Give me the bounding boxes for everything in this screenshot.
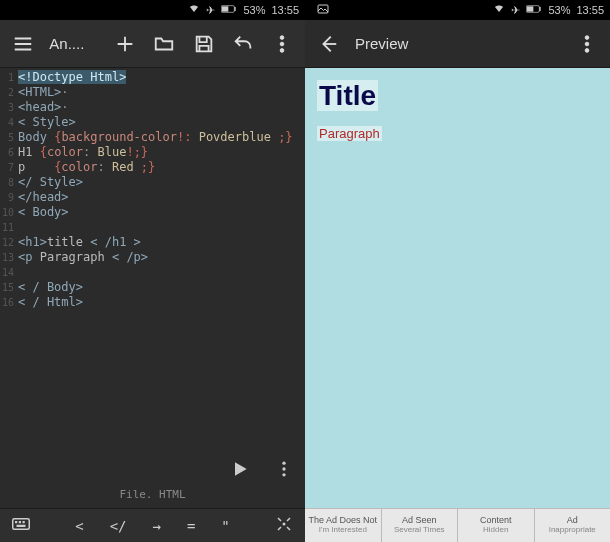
line-number: 10: [0, 205, 18, 220]
line-number: 5: [0, 130, 18, 145]
svg-rect-11: [19, 521, 21, 523]
code-line[interactable]: 16< / Html>: [0, 295, 305, 310]
line-number: 13: [0, 250, 18, 265]
preview-h1: Title: [317, 80, 378, 111]
line-number: 14: [0, 265, 18, 280]
undo-icon[interactable]: [230, 31, 255, 57]
svg-point-6: [282, 462, 285, 465]
ad-feedback-bar: The Ad Does NotI'm InterestedAd SeenSeve…: [305, 508, 610, 542]
back-icon[interactable]: [315, 31, 341, 57]
preview-toolbar: Preview: [305, 20, 610, 68]
code-content[interactable]: H1 {color: Blue!;}: [18, 145, 148, 160]
code-content[interactable]: < Style>: [18, 115, 76, 130]
line-number: 12: [0, 235, 18, 250]
code-content[interactable]: <!Doctype Html>: [18, 70, 126, 85]
symbol-key[interactable]: ": [215, 516, 235, 536]
ad-feedback-line2: Inappropriate: [549, 526, 596, 535]
code-content[interactable]: < / Body>: [18, 280, 83, 295]
code-line[interactable]: 15< / Body>: [0, 280, 305, 295]
code-line[interactable]: 7p {color: Red ;}: [0, 160, 305, 175]
overflow-menu-icon[interactable]: [270, 31, 295, 57]
code-line[interactable]: 11: [0, 220, 305, 235]
svg-rect-12: [23, 521, 25, 523]
file-label: File. HTML: [119, 487, 185, 502]
expand-icon[interactable]: [269, 513, 299, 538]
code-line[interactable]: 12<h1>title < /h1 >: [0, 235, 305, 250]
wifi-icon: [493, 3, 505, 17]
code-content[interactable]: <HTML>·: [18, 85, 69, 100]
code-content[interactable]: Body {background-color!: Povderblue ;}: [18, 130, 293, 145]
line-number: 7: [0, 160, 18, 175]
code-line[interactable]: 1<!Doctype Html>: [0, 70, 305, 85]
svg-rect-17: [527, 6, 534, 11]
symbol-key[interactable]: =: [181, 516, 201, 536]
code-content[interactable]: p {color: Red ;}: [18, 160, 155, 175]
code-line[interactable]: 2<HTML>·: [0, 85, 305, 100]
code-editor[interactable]: 1<!Doctype Html>2<HTML>·3<head>·4< Style…: [0, 68, 305, 508]
symbol-key[interactable]: <: [69, 516, 89, 536]
battery-icon: [221, 4, 237, 16]
code-content[interactable]: </head>: [18, 190, 69, 205]
open-folder-icon[interactable]: [152, 31, 177, 57]
code-line[interactable]: 3<head>·: [0, 100, 305, 115]
svg-point-20: [585, 42, 589, 46]
svg-point-7: [282, 467, 285, 470]
svg-point-5: [280, 48, 284, 52]
ad-feedback-option[interactable]: Ad SeenSeveral Times: [382, 509, 459, 542]
line-number: 16: [0, 295, 18, 310]
app-title: An....: [49, 35, 84, 52]
svg-rect-10: [15, 521, 17, 523]
ad-feedback-option[interactable]: The Ad Does NotI'm Interested: [305, 509, 382, 542]
battery-percent: 53%: [548, 4, 570, 16]
symbol-key[interactable]: </: [104, 516, 133, 536]
code-line[interactable]: 10< Body>: [0, 205, 305, 220]
save-icon[interactable]: [191, 31, 216, 57]
code-line[interactable]: 9</head>: [0, 190, 305, 205]
code-line[interactable]: 6H1 {color: Blue!;}: [0, 145, 305, 160]
status-bar-left: ✈ 53% 13:55: [0, 0, 305, 20]
line-number: 15: [0, 280, 18, 295]
code-content[interactable]: </ Style>: [18, 175, 83, 190]
symbol-key[interactable]: →: [146, 516, 166, 536]
svg-point-3: [280, 35, 284, 39]
new-file-icon[interactable]: [112, 31, 137, 57]
ad-feedback-option[interactable]: ContentHidden: [458, 509, 535, 542]
preview-title-label: Preview: [355, 35, 408, 52]
picture-icon: [317, 3, 329, 17]
svg-point-8: [282, 473, 285, 476]
keyboard-icon[interactable]: [6, 513, 36, 538]
line-number: 4: [0, 115, 18, 130]
preview-paragraph: Paragraph: [317, 126, 382, 141]
svg-rect-18: [540, 7, 541, 11]
airplane-icon: ✈: [511, 4, 520, 17]
code-line[interactable]: 5Body {background-color!: Povderblue ;}: [0, 130, 305, 145]
code-line[interactable]: 14: [0, 265, 305, 280]
svg-rect-9: [13, 519, 30, 530]
preview-overflow-icon[interactable]: [574, 31, 600, 57]
svg-point-19: [585, 35, 589, 39]
code-content[interactable]: < / Html>: [18, 295, 83, 310]
code-line[interactable]: 8</ Style>: [0, 175, 305, 190]
ad-feedback-option[interactable]: AdInappropriate: [535, 509, 611, 542]
editor-pane: ✈ 53% 13:55 An.... 1<!Doctype Html>2<HTM…: [0, 0, 305, 542]
code-content[interactable]: <head>·: [18, 100, 69, 115]
symbol-bar: <</→=": [0, 508, 305, 542]
overflow-run-icon[interactable]: [271, 456, 297, 482]
preview-pane: ✈ 53% 13:55 Preview Title Paragraph The …: [305, 0, 610, 542]
line-number: 1: [0, 70, 18, 85]
code-line[interactable]: 4< Style>: [0, 115, 305, 130]
svg-point-14: [282, 523, 285, 526]
code-line[interactable]: 13<p Paragraph < /p>: [0, 250, 305, 265]
menu-icon[interactable]: [10, 31, 35, 57]
line-number: 11: [0, 220, 18, 235]
airplane-icon: ✈: [206, 4, 215, 17]
preview-viewport[interactable]: Title Paragraph: [305, 68, 610, 508]
code-content[interactable]: <h1>title < /h1 >: [18, 235, 141, 250]
code-content[interactable]: <p Paragraph < /p>: [18, 250, 148, 265]
svg-point-21: [585, 48, 589, 52]
editor-toolbar: An....: [0, 20, 305, 68]
line-number: 6: [0, 145, 18, 160]
play-icon[interactable]: [227, 456, 253, 482]
code-content[interactable]: < Body>: [18, 205, 69, 220]
svg-point-4: [280, 42, 284, 46]
